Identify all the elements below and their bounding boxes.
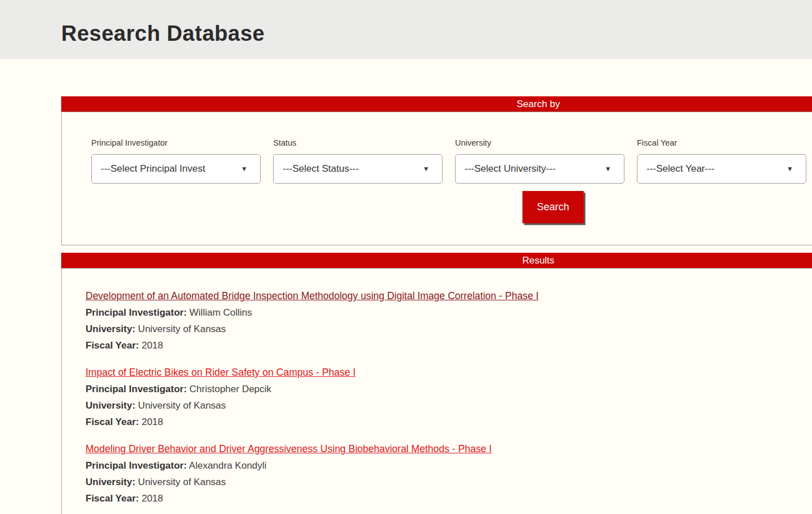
university-label: University: (86, 477, 135, 487)
chevron-down-icon: ▼ (241, 165, 248, 173)
main-content: Search by Principal Investigator ---Sele… (61, 96, 812, 514)
result-item: Modeling Driver Behavior and Driver Aggr… (86, 441, 812, 507)
pi-value: Christopher Depcik (189, 384, 271, 394)
result-university-line: University: University of Kansas (86, 397, 812, 414)
university-value: University of Kansas (138, 477, 226, 487)
result-item: Impact of Electric Bikes on Rider Safety… (86, 364, 812, 430)
chevron-down-icon: ▼ (787, 165, 793, 173)
result-title-link[interactable]: Development of an Automated Bridge Inspe… (86, 288, 539, 304)
result-title-link[interactable]: Impact of Electric Bikes on Rider Safety… (86, 364, 356, 381)
chevron-down-icon: ▼ (605, 165, 611, 173)
fiscal-year-value: 2018 (142, 417, 163, 427)
result-university-line: University: University of Kansas (86, 474, 812, 490)
pi-value: Alexandra Kondyli (189, 460, 266, 471)
results-panel: Development of an Automated Bridge Inspe… (61, 268, 812, 514)
chevron-down-icon: ▼ (423, 165, 430, 173)
fiscal-year-value: 2018 (142, 493, 163, 504)
select-university[interactable]: ---Select University--- ▼ (455, 154, 624, 184)
university-label: University (455, 138, 624, 148)
result-item: Development of an Automated Bridge Inspe… (86, 288, 812, 354)
result-pi-line: Principal Investigator: William Collins (86, 304, 812, 321)
pi-label: Principal Investigator: (86, 384, 187, 394)
page-title: Research Database (61, 22, 265, 46)
results-section-header: Results (61, 253, 812, 268)
field-university: University ---Select University--- ▼ (455, 138, 624, 184)
fiscal-year-value: 2018 (142, 340, 163, 351)
field-principal-investigator: Principal Investigator ---Select Princip… (91, 138, 261, 184)
university-value: University of Kansas (138, 324, 226, 334)
university-label: University: (86, 400, 135, 411)
pi-value: William Collins (189, 307, 252, 318)
page-header: Research Database (0, 0, 812, 59)
university-value: University of Kansas (138, 400, 226, 411)
fiscal-year-label: Fiscal Year: (86, 417, 139, 427)
search-fields-row: Principal Investigator ---Select Princip… (91, 138, 812, 184)
select-principal-investigator[interactable]: ---Select Principal Invest ▼ (91, 154, 261, 184)
search-panel: Principal Investigator ---Select Princip… (61, 112, 812, 245)
result-pi-line: Principal Investigator: Christopher Depc… (86, 381, 812, 397)
search-button-row: Search (91, 191, 812, 223)
result-title-link[interactable]: Modeling Driver Behavior and Driver Aggr… (86, 441, 492, 457)
select-principal-investigator-value: ---Select Principal Invest (92, 163, 205, 175)
principal-investigator-label: Principal Investigator (91, 138, 261, 148)
fiscal-year-label: Fiscal Year: (86, 340, 139, 351)
select-fiscal-year[interactable]: ---Select Year--- ▼ (637, 154, 806, 184)
select-status-value: ---Select Status--- (274, 163, 359, 175)
select-status[interactable]: ---Select Status--- ▼ (273, 154, 443, 184)
status-label: Status (273, 138, 443, 148)
result-fiscal-year-line: Fiscal Year: 2018 (86, 414, 812, 430)
search-button[interactable]: Search (522, 191, 584, 223)
result-fiscal-year-line: Fiscal Year: 2018 (86, 490, 812, 507)
pi-label: Principal Investigator: (86, 460, 187, 471)
field-status: Status ---Select Status--- ▼ (273, 138, 443, 184)
fiscal-year-label: Fiscal Year (637, 138, 806, 148)
result-fiscal-year-line: Fiscal Year: 2018 (86, 337, 812, 354)
pi-label: Principal Investigator: (86, 307, 187, 318)
result-university-line: University: University of Kansas (86, 321, 812, 337)
search-section-header: Search by (61, 96, 812, 112)
field-fiscal-year: Fiscal Year ---Select Year--- ▼ (637, 138, 806, 184)
result-pi-line: Principal Investigator: Alexandra Kondyl… (86, 457, 812, 474)
select-university-value: ---Select University--- (456, 163, 556, 175)
select-fiscal-year-value: ---Select Year--- (637, 163, 715, 175)
fiscal-year-label: Fiscal Year: (86, 493, 139, 504)
university-label: University: (86, 324, 135, 334)
